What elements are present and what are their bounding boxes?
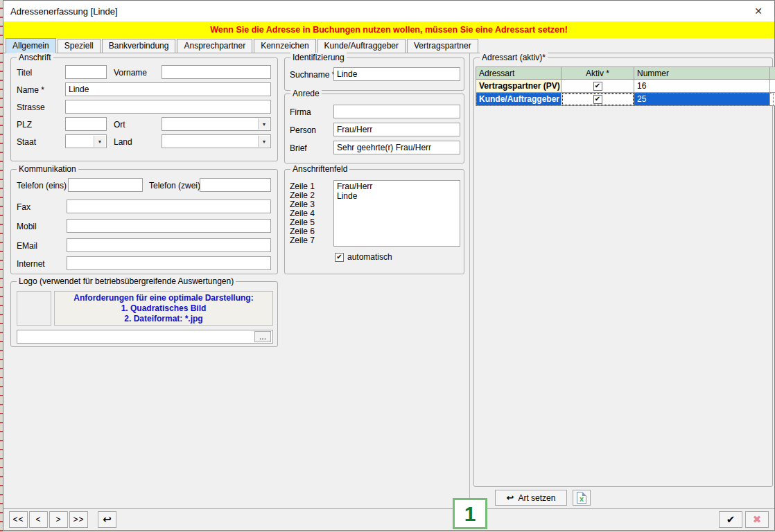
internet-label: Internet (17, 259, 45, 269)
table-row-kunde-auftraggeber[interactable]: Kunde/Auftraggeber ✔ 25 (476, 93, 774, 106)
screen: Adressenerfassung [Linde] ✕ Wenn Sie die… (0, 0, 775, 532)
column-aktiv: Aktiv * (561, 67, 634, 80)
zeile6-label: Zeile 6 (290, 227, 315, 236)
brief-field[interactable] (333, 141, 460, 154)
chevron-down-icon[interactable]: ▼ (258, 136, 270, 147)
group-anschrift-legend: Anschrift (17, 53, 53, 62)
plz-field[interactable] (65, 117, 107, 131)
column-nummer: Nummer (634, 67, 770, 80)
telefon2-label: Telefon (zwei) (149, 181, 200, 190)
tab-speziell[interactable]: Speziell (58, 39, 101, 53)
warning-banner: Wenn Sie die Adresse in Buchungen nutzen… (3, 21, 774, 38)
titel-label: Titel (17, 68, 32, 78)
confirm-button[interactable]: ✔ (719, 511, 742, 528)
adressart-table-header: Adressart Aktiv * Nummer (476, 67, 774, 80)
chevron-down-icon[interactable]: ▼ (94, 136, 105, 147)
automatisch-checkbox[interactable]: ✔ (335, 253, 344, 262)
annotation-badge-1: 1 (453, 498, 487, 529)
adressart-table: Adressart Aktiv * Nummer Vertragspartner… (476, 66, 774, 106)
tab-kunde-auftraggeber[interactable]: Kunde/Auftraggeber (317, 39, 406, 53)
zeile5-label: Zeile 5 (290, 218, 315, 227)
person-field[interactable] (333, 123, 460, 136)
vorname-field[interactable] (162, 65, 271, 79)
land-label: Land (114, 137, 132, 147)
group-anschriftenfeld: Anschriftenfeld Zeile 1 Zeile 2 Zeile 3 … (284, 169, 464, 274)
fax-field[interactable] (67, 200, 271, 213)
group-anrede: Anrede Firma Person Brief (284, 94, 464, 163)
staat-dropdown[interactable]: ▼ (65, 134, 107, 148)
logo-preview (17, 291, 51, 326)
cancel-button[interactable]: ✖ (745, 511, 769, 528)
internet-field[interactable] (67, 256, 271, 270)
telefon1-field[interactable] (68, 178, 143, 192)
strasse-field[interactable] (65, 100, 271, 114)
titel-field[interactable] (65, 65, 107, 79)
group-anschrift: Anschrift Titel Vorname Name * Strasse P… (10, 57, 278, 161)
tab-bankverbindung[interactable]: Bankverbindung (102, 39, 176, 53)
firma-field[interactable] (333, 105, 460, 118)
group-identifizierung-legend: Identifizierung (290, 53, 347, 62)
adressenerfassung-window: Adressenerfassung [Linde] ✕ Wenn Sie die… (3, 0, 775, 531)
name-field[interactable] (65, 82, 271, 96)
zeile3-label: Zeile 3 (290, 200, 315, 209)
firma-label: Firma (290, 107, 311, 117)
table-row-vertragspartner[interactable]: Vertragspartner (PV) ✔ 16 (476, 80, 774, 93)
title-bar: Adressenerfassung [Linde] ✕ (3, 1, 774, 21)
check-icon: ✔ (595, 96, 600, 103)
tab-kennzeichen[interactable]: Kennzeichen (254, 39, 315, 53)
suchname-label: Suchname * (290, 70, 335, 80)
brief-label: Brief (290, 143, 307, 153)
check-icon: ✔ (336, 254, 342, 260)
adressart-toolbar: ↩ Art setzen x (470, 488, 774, 507)
browse-button[interactable]: ... (254, 331, 271, 342)
land-dropdown[interactable]: ▼ (162, 134, 271, 148)
aktiv-checkbox[interactable]: ✔ (593, 95, 602, 104)
group-anschriftenfeld-legend: Anschriftenfeld (290, 164, 349, 174)
undo-button[interactable]: ↩ (98, 511, 116, 528)
group-anrede-legend: Anrede (290, 89, 322, 98)
content-area: Anschrift Titel Vorname Name * Strasse P… (3, 53, 774, 508)
person-label: Person (290, 125, 316, 135)
group-adressart: Adressart (aktiv)* Adressart Aktiv * Num… (473, 57, 773, 487)
vorname-label: Vorname (114, 68, 147, 78)
group-adressart-legend: Adressart (aktiv)* (480, 53, 548, 62)
table-filler (770, 67, 775, 80)
automatisch-label: automatisch (347, 252, 392, 262)
ort-dropdown[interactable]: ▼ (162, 117, 271, 131)
telefon2-field[interactable] (200, 178, 271, 192)
nav-next-button[interactable]: > (49, 511, 68, 528)
email-label: EMail (17, 241, 37, 251)
logo-requirements-note: Anforderungen für eine optimale Darstell… (54, 291, 273, 326)
tab-vertragspartner[interactable]: Vertragspartner (407, 39, 478, 53)
right-panel: Adressart (aktiv)* Adressart Aktiv * Num… (469, 53, 774, 508)
tab-allgemein[interactable]: Allgemein (6, 38, 56, 53)
mobil-field[interactable] (67, 219, 271, 233)
art-setzen-button[interactable]: ↩ Art setzen (495, 490, 567, 506)
excel-export-button[interactable]: x (573, 490, 591, 506)
strasse-label: Strasse (17, 103, 45, 112)
telefon1-label: Telefon (eins) (17, 181, 67, 190)
logo-path-field[interactable] (17, 330, 273, 344)
close-icon[interactable]: ✕ (742, 1, 774, 21)
check-icon: ✔ (595, 82, 600, 89)
window-title: Adressenerfassung [Linde] (10, 6, 118, 17)
plz-label: PLZ (17, 120, 32, 130)
column-adressart: Adressart (476, 67, 561, 80)
nav-prev-button[interactable]: < (29, 511, 48, 528)
nav-last-button[interactable]: >> (69, 511, 88, 528)
tab-strip: Allgemein Speziell Bankverbindung Anspre… (3, 38, 774, 53)
group-kommunikation-legend: Kommunikation (17, 164, 78, 174)
staat-label: Staat (17, 137, 36, 147)
email-field[interactable] (67, 238, 271, 252)
aktiv-checkbox[interactable]: ✔ (593, 82, 602, 91)
anschriftenfeld-textarea[interactable]: Frau/Herr Linde (333, 180, 460, 247)
chevron-down-icon[interactable]: ▼ (258, 118, 270, 130)
nav-first-button[interactable]: << (9, 511, 28, 528)
suchname-field[interactable] (333, 67, 460, 81)
ort-label: Ort (114, 120, 125, 130)
group-logo-legend: Logo (verwendet für betriebsübergreifend… (17, 276, 236, 286)
warning-text: Wenn Sie die Adresse in Buchungen nutzen… (210, 25, 568, 35)
zeile1-label: Zeile 1 (290, 181, 315, 191)
tab-ansprechpartner[interactable]: Ansprechpartner (177, 39, 252, 53)
group-logo: Logo (verwendet für betriebsübergreifend… (10, 281, 278, 347)
